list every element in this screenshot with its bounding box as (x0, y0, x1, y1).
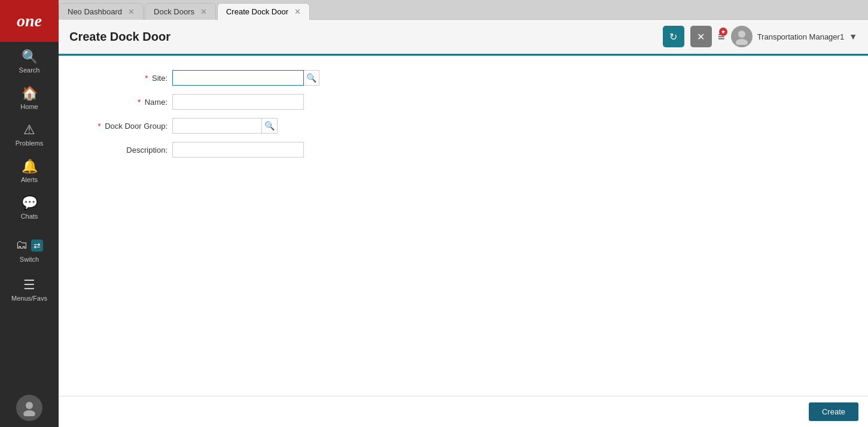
sidebar-item-chats[interactable]: 💬 Chats (0, 188, 59, 225)
close-icon: ✕ (697, 31, 705, 43)
chat-icon: 💬 (22, 195, 38, 211)
menu-star-area[interactable]: ≡ ★ (718, 30, 725, 44)
sidebar-label-problems: Problems (16, 140, 43, 147)
tab-neo-dashboard[interactable]: Neo Dashboard ✕ (59, 3, 144, 20)
sidebar-label-alerts: Alerts (21, 176, 38, 183)
site-search-icon: 🔍 (306, 73, 316, 83)
close-button[interactable]: ✕ (690, 26, 712, 47)
logo-text: one (17, 11, 42, 31)
user-section[interactable]: Transportation Manager1 ▼ (731, 26, 857, 47)
warning-icon: ⚠ (23, 122, 35, 138)
svg-point-3 (736, 39, 748, 45)
dock-door-group-search-button[interactable]: 🔍 (262, 118, 278, 134)
sidebar-label-switch: Switch (20, 256, 39, 263)
sidebar-avatar[interactable] (16, 395, 42, 421)
tab-label-dock-doors: Dock Doors (154, 7, 194, 16)
site-label: * Site: (77, 74, 172, 83)
top-bar: Create Dock Door ↻ ✕ ≡ ★ Transportation … (59, 20, 868, 54)
tab-close-neo-dashboard[interactable]: ✕ (127, 8, 136, 16)
site-search-button[interactable]: 🔍 (304, 70, 319, 86)
required-star-group: * (98, 122, 101, 131)
tab-label-create-dock-door: Create Dock Door (226, 7, 288, 16)
sidebar-label-search: Search (19, 66, 40, 74)
menu-icon: ☰ (23, 277, 35, 293)
name-label: * Name: (77, 98, 172, 107)
user-name: Transportation Manager1 (757, 32, 845, 41)
sidebar-item-home[interactable]: 🏠 Home (0, 78, 59, 115)
sidebar-label-menus: Menus/Favs (11, 295, 47, 302)
svg-point-1 (23, 410, 35, 416)
sidebar-item-switch[interactable]: 🗂 ⇄ Switch (0, 225, 59, 270)
switch-row: 🗂 ⇄ (0, 232, 59, 256)
form-row-dock-door-group: * Dock Door Group: 🔍 (77, 118, 850, 134)
sidebar-label-chats: Chats (21, 213, 38, 220)
tab-create-dock-door[interactable]: Create Dock Door ✕ (217, 3, 310, 20)
description-input[interactable] (172, 142, 304, 158)
dock-door-group-search-icon: 🔍 (264, 121, 275, 131)
sidebar-bottom (16, 395, 42, 427)
form-section: * Site: 🔍 * Name: (59, 54, 868, 427)
sidebar-label-home: Home (20, 103, 38, 110)
dock-door-group-input-group: 🔍 (172, 118, 278, 134)
star-badge-dot: ★ (719, 28, 727, 36)
tab-close-create-dock-door[interactable]: ✕ (293, 8, 302, 16)
search-icon: 🔍 (22, 49, 38, 65)
tab-bar: Neo Dashboard ✕ Dock Doors ✕ Create Dock… (59, 0, 868, 20)
form-bottom-bar: Create (59, 396, 868, 427)
form-inner: * Site: 🔍 * Name: (59, 56, 868, 396)
page-title: Create Dock Door (69, 30, 657, 44)
create-button[interactable]: Create (809, 402, 858, 421)
sidebar-item-menus[interactable]: ☰ Menus/Favs (0, 270, 59, 307)
sidebar-item-alerts[interactable]: 🔔 Alerts (0, 152, 59, 188)
home-icon: 🏠 (22, 86, 38, 101)
tab-label-neo-dashboard: Neo Dashboard (68, 7, 122, 16)
form-row-site: * Site: 🔍 (77, 70, 850, 86)
avatar (731, 26, 753, 47)
sidebar: one 🔍 Search 🏠 Home ⚠ Problems 🔔 Alerts … (0, 0, 59, 427)
svg-point-0 (26, 402, 33, 409)
form-row-name: * Name: (77, 94, 850, 110)
site-input[interactable] (172, 70, 304, 86)
app-logo[interactable]: one (0, 0, 59, 42)
tab-close-dock-doors[interactable]: ✕ (199, 8, 208, 16)
bell-icon: 🔔 (22, 159, 38, 174)
tab-dock-doors[interactable]: Dock Doors ✕ (145, 3, 216, 20)
site-input-group: 🔍 (172, 70, 319, 86)
switch-icon: 🗂 (16, 238, 28, 252)
dock-door-group-label: * Dock Door Group: (77, 122, 172, 131)
form-row-description: Description: (77, 142, 850, 158)
sidebar-item-problems[interactable]: ⚠ Problems (0, 115, 59, 152)
refresh-icon: ↻ (669, 31, 677, 43)
switch-icon2: ⇄ (31, 240, 43, 252)
refresh-button[interactable]: ↻ (663, 26, 684, 47)
sidebar-item-search[interactable]: 🔍 Search (0, 42, 59, 78)
main-area: Neo Dashboard ✕ Dock Doors ✕ Create Dock… (59, 0, 868, 427)
dropdown-chevron-icon[interactable]: ▼ (849, 32, 857, 41)
description-label: Description: (77, 146, 172, 155)
required-star-site: * (145, 74, 148, 83)
svg-point-2 (738, 31, 745, 38)
content-area: Create Dock Door ↻ ✕ ≡ ★ Transportation … (59, 20, 868, 427)
dock-door-group-input[interactable] (172, 118, 262, 134)
name-input[interactable] (172, 94, 304, 110)
required-star-name: * (138, 98, 141, 107)
